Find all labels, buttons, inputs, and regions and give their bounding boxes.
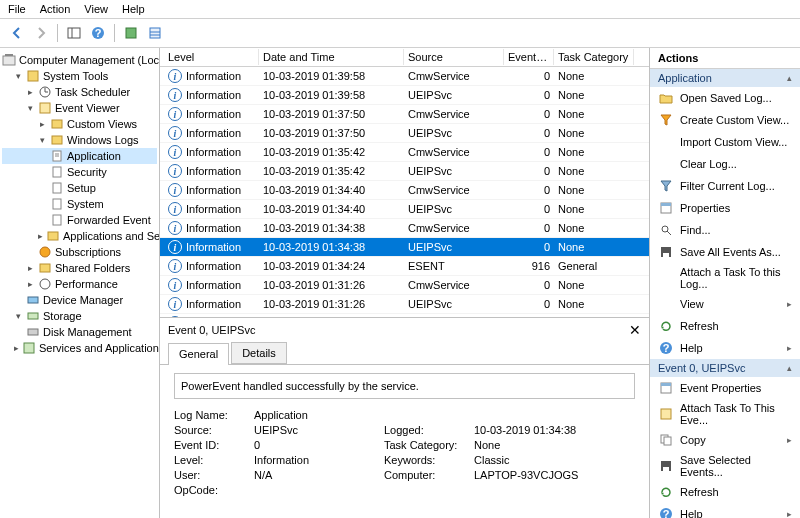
tree-root[interactable]: Computer Management (Local) (2, 52, 157, 68)
tab-general[interactable]: General (168, 343, 229, 365)
actions-section-application[interactable]: Application▴ (650, 69, 800, 87)
tree-system-tools[interactable]: ▾System Tools (2, 68, 157, 84)
action-refresh[interactable]: Refresh (650, 315, 800, 337)
filter-icon (658, 178, 674, 194)
event-row[interactable]: iInformation10-03-2019 01:35:42CmwServic… (160, 143, 649, 162)
action-attach-task[interactable]: Attach a Task To this Log... (650, 263, 800, 293)
col-datetime[interactable]: Date and Time (259, 49, 404, 65)
action-help[interactable]: ?Help▸ (650, 337, 800, 359)
tab-details[interactable]: Details (231, 342, 287, 364)
event-row[interactable]: iInformation10-03-2019 01:37:50CmwServic… (160, 105, 649, 124)
help-button[interactable]: ? (87, 22, 109, 44)
actions-section-event[interactable]: Event 0, UEIPSvc▴ (650, 359, 800, 377)
folder-open-icon (658, 90, 674, 106)
action-copy[interactable]: Copy▸ (650, 429, 800, 451)
tree-performance[interactable]: ▸Performance (2, 276, 157, 292)
svg-rect-9 (5, 54, 13, 56)
event-row[interactable]: iInformation10-03-2019 01:35:42UEIPSvc0N… (160, 162, 649, 181)
tree-subscriptions[interactable]: Subscriptions (2, 244, 157, 260)
tree-storage[interactable]: ▾Storage (2, 308, 157, 324)
tree-custom-views[interactable]: ▸Custom Views (2, 116, 157, 132)
col-eventid[interactable]: Event ID (504, 49, 554, 65)
svg-rect-44 (664, 437, 671, 445)
event-row[interactable]: iInformation10-03-2019 01:39:58UEIPSvc0N… (160, 86, 649, 105)
event-row[interactable]: iInformation10-03-2019 01:34:38CmwServic… (160, 219, 649, 238)
submenu-icon: ▸ (787, 509, 792, 518)
action-event-properties[interactable]: Event Properties (650, 377, 800, 399)
svg-rect-5 (150, 28, 160, 38)
svg-rect-41 (661, 383, 671, 386)
event-row[interactable]: iInformation10-03-2019 01:34:24ESENT916G… (160, 257, 649, 276)
submenu-icon: ▸ (787, 299, 792, 309)
col-source[interactable]: Source (404, 49, 504, 65)
action-create-custom-view[interactable]: Create Custom View... (650, 109, 800, 131)
svg-rect-42 (661, 409, 671, 419)
info-icon: i (168, 145, 182, 159)
tree-disk-management[interactable]: Disk Management (2, 324, 157, 340)
tree-system[interactable]: System (2, 196, 157, 212)
tree-shared-folders[interactable]: ▸Shared Folders (2, 260, 157, 276)
tree-event-viewer[interactable]: ▾Event Viewer (2, 100, 157, 116)
svg-rect-46 (663, 467, 669, 471)
menu-action[interactable]: Action (40, 3, 71, 15)
properties-icon (658, 200, 674, 216)
svg-rect-16 (52, 136, 62, 144)
export-button[interactable] (120, 22, 142, 44)
event-detail-pane: Event 0, UEIPSvc ✕ General Details Power… (160, 318, 649, 518)
action-view[interactable]: View▸ (650, 293, 800, 315)
events-list[interactable]: Level Date and Time Source Event ID Task… (160, 48, 649, 318)
action-help2[interactable]: ?Help▸ (650, 503, 800, 518)
tree-application[interactable]: Application (2, 148, 157, 164)
info-icon: i (168, 126, 182, 140)
menu-view[interactable]: View (84, 3, 108, 15)
event-row[interactable]: iInformation10-03-2019 01:31:26CmwServic… (160, 276, 649, 295)
svg-text:?: ? (663, 508, 670, 518)
show-hide-button[interactable] (63, 22, 85, 44)
action-properties[interactable]: Properties (650, 197, 800, 219)
col-level[interactable]: Level (164, 49, 259, 65)
action-find[interactable]: Find... (650, 219, 800, 241)
action-save-all[interactable]: Save All Events As... (650, 241, 800, 263)
tree-setup[interactable]: Setup (2, 180, 157, 196)
info-icon: i (168, 88, 182, 102)
svg-rect-29 (28, 313, 38, 319)
action-refresh2[interactable]: Refresh (650, 481, 800, 503)
event-row[interactable]: iInformation10-03-2019 01:34:38UEIPSvc0N… (160, 238, 649, 257)
nav-tree[interactable]: Computer Management (Local) ▾System Tool… (0, 48, 160, 518)
tree-task-scheduler[interactable]: ▸Task Scheduler (2, 84, 157, 100)
col-taskcat[interactable]: Task Category (554, 49, 634, 65)
forward-button[interactable] (30, 22, 52, 44)
menu-file[interactable]: File (8, 3, 26, 15)
refresh-icon (658, 318, 674, 334)
action-clear-log[interactable]: Clear Log... (650, 153, 800, 175)
event-row[interactable]: iInformation10-03-2019 01:31:26UEIPSvc0N… (160, 295, 649, 314)
event-row[interactable]: iInformation10-03-2019 01:37:50UEIPSvc0N… (160, 124, 649, 143)
svg-rect-31 (24, 343, 34, 353)
action-save-selected[interactable]: Save Selected Events... (650, 451, 800, 481)
blank-icon (658, 270, 674, 286)
back-button[interactable] (6, 22, 28, 44)
tree-apps-services[interactable]: ▸Applications and Ser (2, 228, 157, 244)
action-attach-task-event[interactable]: Attach Task To This Eve... (650, 399, 800, 429)
svg-rect-26 (40, 264, 50, 272)
action-import-custom-view[interactable]: Import Custom View... (650, 131, 800, 153)
tree-device-manager[interactable]: Device Manager (2, 292, 157, 308)
svg-text:?: ? (95, 27, 102, 39)
event-row[interactable]: iInformation10-03-2019 01:39:58CmwServic… (160, 67, 649, 86)
blank-icon (658, 156, 674, 172)
events-header: Level Date and Time Source Event ID Task… (160, 48, 649, 67)
event-row[interactable]: iInformation10-03-2019 01:34:40CmwServic… (160, 181, 649, 200)
action-open-saved-log[interactable]: Open Saved Log... (650, 87, 800, 109)
menu-help[interactable]: Help (122, 3, 145, 15)
tree-forwarded[interactable]: Forwarded Event (2, 212, 157, 228)
event-row[interactable]: iInformation10-03-2019 01:34:40UEIPSvc0N… (160, 200, 649, 219)
tree-services-apps[interactable]: ▸Services and Applications (2, 340, 157, 356)
submenu-icon: ▸ (787, 435, 792, 445)
tree-windows-logs[interactable]: ▾Windows Logs (2, 132, 157, 148)
list-button[interactable] (144, 22, 166, 44)
close-icon[interactable]: ✕ (629, 322, 641, 338)
tree-security[interactable]: Security (2, 164, 157, 180)
action-filter-log[interactable]: Filter Current Log... (650, 175, 800, 197)
info-icon: i (168, 259, 182, 273)
collapse-icon: ▴ (787, 363, 792, 373)
